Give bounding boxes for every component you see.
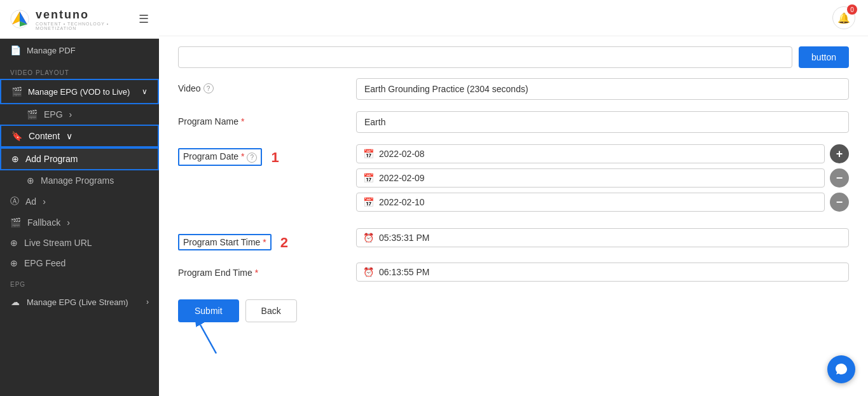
- video-row: Video ? Earth Grounding Practice (2304 s…: [178, 78, 849, 100]
- epg-feed-icon: ⊕: [10, 258, 18, 268]
- sidebar-item-live-stream-url[interactable]: ⊕ Live Stream URL: [0, 233, 159, 253]
- main-content: 🔔 0 button Video ? Earth Grounding Pract…: [159, 0, 868, 396]
- program-name-input[interactable]: [356, 111, 849, 133]
- date-input-2: 📅: [356, 168, 825, 188]
- sidebar-label-epg: EPG: [44, 109, 63, 119]
- remove-date-button-2[interactable]: −: [830, 193, 849, 212]
- section-epg: EPG: [0, 273, 159, 290]
- content-icon: 🔖: [11, 131, 22, 141]
- epg-live-icon: ☁: [10, 297, 20, 307]
- sidebar-label-content: Content: [29, 131, 60, 141]
- svg-line-2: [200, 325, 216, 353]
- video-help-icon[interactable]: ?: [203, 83, 214, 93]
- logo-area: ventuno CONTENT • TECHNOLOGY • MONETIZAT…: [0, 0, 159, 39]
- top-action-button[interactable]: button: [799, 46, 849, 68]
- sidebar-label-manage-programs: Manage Programs: [41, 175, 114, 186]
- video-select[interactable]: Earth Grounding Practice (2304 seconds): [356, 78, 849, 100]
- top-bar: 🔔 0: [159, 0, 868, 36]
- sidebar-item-manage-programs[interactable]: ⊕ Manage Programs: [0, 170, 159, 191]
- video-select-wrap: Earth Grounding Practice (2304 seconds): [356, 78, 849, 100]
- hamburger-icon[interactable]: ☰: [139, 12, 149, 26]
- program-name-label: Program Name *: [178, 111, 356, 126]
- start-time-field[interactable]: [379, 233, 842, 243]
- start-time-control: ⏰: [356, 228, 849, 247]
- epg-sub-icon: 🎬: [27, 109, 38, 119]
- date-field-1[interactable]: [379, 149, 818, 159]
- sidebar-item-manage-epg-live[interactable]: ☁ Manage EPG (Live Stream) ›: [0, 290, 159, 313]
- ventuno-logo-icon: [10, 8, 29, 31]
- annotation-1: 1: [271, 149, 279, 166]
- program-date-help-icon[interactable]: ?: [247, 153, 257, 163]
- add-date-button[interactable]: +: [830, 144, 849, 163]
- sidebar-label-add-program: Add Program: [25, 154, 78, 164]
- program-name-required: *: [241, 116, 244, 126]
- content-chevron-icon: ∨: [66, 131, 72, 141]
- date-row-3: 📅 −: [356, 193, 849, 212]
- sidebar-label-manage-epg-live: Manage EPG (Live Stream): [27, 297, 128, 307]
- end-time-field[interactable]: [379, 267, 842, 277]
- sidebar-label-live-stream-url: Live Stream URL: [24, 238, 92, 248]
- clock-icon-start: ⏰: [363, 233, 374, 243]
- date-input-1: 📅: [356, 144, 825, 163]
- manage-programs-icon: ⊕: [27, 175, 34, 186]
- ad-chevron-icon: ›: [43, 196, 46, 207]
- logo-name: ventuno: [36, 8, 132, 22]
- start-time-required: *: [263, 237, 266, 247]
- end-time-control: ⏰: [356, 263, 849, 282]
- chat-bubble-button[interactable]: [827, 355, 855, 383]
- epg-vod-icon: 🎬: [11, 86, 22, 97]
- sidebar-item-manage-pdf[interactable]: 📄 Manage PDF: [0, 39, 159, 62]
- add-program-icon: ⊕: [11, 154, 19, 164]
- program-date-label: Program Date * ? 1: [178, 144, 356, 166]
- date-row-2: 📅 −: [356, 168, 849, 188]
- live-stream-icon: ⊕: [10, 238, 18, 248]
- date-input-3: 📅: [356, 193, 825, 212]
- program-start-time-text: Program Start Time *: [178, 234, 272, 250]
- form-actions: Submit Back: [178, 293, 849, 322]
- sidebar-item-epg-feed[interactable]: ⊕ EPG Feed: [0, 253, 159, 273]
- back-button[interactable]: Back: [245, 299, 297, 322]
- program-name-row: Program Name *: [178, 111, 849, 133]
- sidebar-item-ad[interactable]: Ⓐ Ad ›: [0, 191, 159, 212]
- chat-icon: [834, 362, 848, 376]
- program-start-time-label: Program Start Time * 2: [178, 228, 356, 251]
- epg-live-chevron-icon: ›: [146, 297, 149, 306]
- program-end-time-label: Program End Time *: [178, 263, 356, 278]
- calendar-icon-1: 📅: [363, 149, 374, 159]
- sidebar-label-manage-pdf: Manage PDF: [27, 46, 76, 55]
- program-end-time-row: Program End Time * ⏰: [178, 263, 849, 282]
- ad-icon: Ⓐ: [10, 196, 19, 207]
- epg-chevron-icon: ›: [69, 109, 72, 119]
- sidebar-item-add-program[interactable]: ⊕ Add Program: [0, 147, 159, 170]
- top-input-row: button: [178, 46, 849, 68]
- end-time-required: *: [255, 268, 258, 278]
- program-date-row: Program Date * ? 1 📅 + 📅: [178, 144, 849, 217]
- calendar-icon-2: 📅: [363, 173, 374, 183]
- sidebar-label-epg-feed: EPG Feed: [24, 258, 65, 268]
- fallback-chevron-icon: ›: [67, 217, 70, 228]
- sidebar-item-fallback[interactable]: 🎬 Fallback ›: [0, 212, 159, 233]
- date-field-3[interactable]: [379, 197, 818, 207]
- remove-date-button-1[interactable]: −: [830, 168, 849, 188]
- sidebar-item-content[interactable]: 🔖 Content ∨: [0, 125, 159, 147]
- sidebar-label-manage-epg: Manage EPG (VOD to Live): [28, 87, 130, 97]
- fallback-icon: 🎬: [10, 217, 21, 228]
- sidebar-item-epg[interactable]: 🎬 EPG ›: [0, 104, 159, 125]
- program-date-required: *: [241, 151, 244, 161]
- notification-badge: 0: [847, 4, 857, 15]
- notification-button[interactable]: 🔔 0: [832, 6, 855, 29]
- top-text-input[interactable]: [178, 46, 792, 68]
- start-time-input-wrap: ⏰: [356, 228, 849, 247]
- sidebar: ventuno CONTENT • TECHNOLOGY • MONETIZAT…: [0, 0, 159, 396]
- annotation-2: 2: [280, 235, 288, 251]
- end-time-input-wrap: ⏰: [356, 263, 849, 282]
- logo-tagline: CONTENT • TECHNOLOGY • MONETIZATION: [36, 22, 132, 31]
- program-name-control: [356, 111, 849, 133]
- date-field-2[interactable]: [379, 173, 818, 183]
- sidebar-label-ad: Ad: [25, 196, 36, 207]
- logo-text: ventuno CONTENT • TECHNOLOGY • MONETIZAT…: [36, 8, 132, 31]
- calendar-icon-3: 📅: [363, 197, 374, 207]
- pdf-icon: 📄: [10, 45, 20, 55]
- sidebar-item-manage-epg[interactable]: 🎬 Manage EPG (VOD to Live) ∨: [0, 79, 159, 104]
- program-date-text: Program Date * ?: [178, 148, 262, 166]
